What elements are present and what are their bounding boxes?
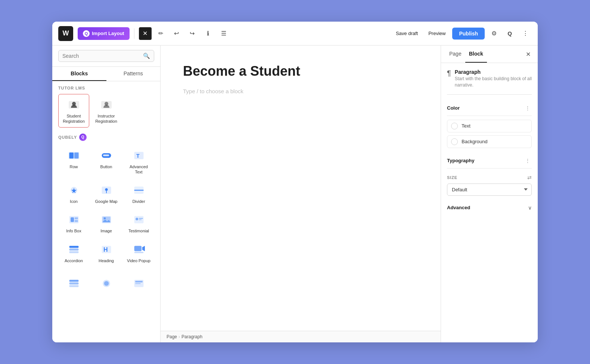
block-extra-2[interactable] <box>91 273 122 295</box>
typography-section-header[interactable]: Typography ⋮ <box>447 153 532 169</box>
svg-point-38 <box>104 281 108 286</box>
panel-tab-block[interactable]: Block <box>465 46 487 63</box>
panel-body: ¶ Paragraph Start with the basic buildin… <box>441 63 538 342</box>
color-more-button[interactable]: ⋮ <box>524 104 532 112</box>
block-info-box[interactable]: Info Box <box>58 209 89 237</box>
more-options-button[interactable]: ⋮ <box>519 27 532 40</box>
block-video-popup[interactable]: Video Popup <box>123 239 154 267</box>
google-map-label: Google Map <box>95 199 118 204</box>
block-accordion[interactable]: Accordion <box>58 239 89 267</box>
close-button[interactable]: ✕ <box>139 27 152 40</box>
button-icon <box>99 149 114 162</box>
block-heading[interactable]: H Heading <box>91 239 122 267</box>
panel-block-info: Paragraph Start with the basic building … <box>455 69 532 88</box>
advanced-chevron-icon: ∨ <box>528 205 532 211</box>
image-icon <box>99 213 114 226</box>
svg-rect-5 <box>69 153 74 159</box>
svg-rect-8 <box>103 154 109 156</box>
advanced-section: Advanced ∨ <box>447 200 532 215</box>
tab-patterns[interactable]: Patterns <box>106 67 161 81</box>
block-google-map[interactable]: Google Map <box>91 179 122 207</box>
text-color-row[interactable]: Text <box>447 120 532 132</box>
button-label: Button <box>100 164 112 169</box>
extra-3-icon <box>131 277 146 290</box>
testimonial-icon <box>131 213 146 226</box>
hamburger-button[interactable]: ☰ <box>217 27 230 40</box>
color-section: Color ⋮ Text Background <box>447 101 532 152</box>
panel-block-desc: Start with the basic building block of a… <box>455 76 532 88</box>
more-blocks-grid <box>58 273 154 295</box>
search-bar: 🔍 <box>52 46 160 67</box>
main-content: 🔍 Blocks Patterns TUTOR LMS <box>52 46 538 342</box>
divider-label: Divider <box>132 199 145 204</box>
svg-rect-28 <box>69 248 78 250</box>
instructor-registration-label: InstructorRegistration <box>95 113 117 124</box>
undo-button[interactable]: ↩ <box>170 27 183 40</box>
q-badge: Q <box>83 30 90 37</box>
typography-more-button[interactable]: ⋮ <box>524 157 532 164</box>
svg-rect-35 <box>69 282 78 284</box>
heading-icon: H <box>99 243 114 256</box>
preview-button[interactable]: Preview <box>425 28 449 39</box>
breadcrumb: Page › Paragraph <box>161 331 441 342</box>
svg-rect-32 <box>134 246 142 251</box>
block-instructor-registration[interactable]: InstructorRegistration <box>91 94 122 128</box>
block-extra-3[interactable] <box>123 273 154 295</box>
publish-button[interactable]: Publish <box>452 28 485 40</box>
advanced-label: Advanced <box>447 205 528 210</box>
info-box-label: Info Box <box>66 228 81 233</box>
search-input[interactable] <box>62 53 140 59</box>
color-section-header[interactable]: Color ⋮ <box>447 101 532 116</box>
toolbar: W Q Import Layout ✕ ✏ ↩ ↪ ℹ ☰ Save draft… <box>52 22 538 46</box>
advanced-row[interactable]: Advanced ∨ <box>447 200 532 215</box>
panel-tab-page[interactable]: Page <box>445 46 465 63</box>
breadcrumb-page[interactable]: Page <box>167 334 177 339</box>
block-divider[interactable]: Divider <box>123 179 154 207</box>
canvas-inner[interactable]: Become a Student Type / to choose a bloc… <box>161 46 441 331</box>
sidebar-blocks: TUTOR LMS StudentRegistration <box>52 81 160 342</box>
size-adjust-icon[interactable]: ⇄ <box>527 175 532 181</box>
background-color-circle <box>451 138 458 145</box>
block-image[interactable]: Image <box>91 209 122 237</box>
svg-rect-34 <box>69 280 78 282</box>
typography-options: SIZE ⇄ Default <box>447 169 532 199</box>
toolbar-right: Save draft Preview Publish ⚙ Q ⋮ <box>392 27 532 40</box>
size-select[interactable]: Default <box>447 183 532 196</box>
panel-tabs: Page Block ✕ <box>441 46 538 63</box>
block-button[interactable]: Button <box>91 145 122 178</box>
block-row[interactable]: Row <box>58 145 89 178</box>
wp-logo: W <box>58 26 73 41</box>
breadcrumb-separator: › <box>178 334 180 339</box>
icon-label: Icon <box>70 199 78 204</box>
save-draft-button[interactable]: Save draft <box>392 28 422 39</box>
import-layout-button[interactable]: Q Import Layout <box>78 27 130 40</box>
pen-icon-button[interactable]: ✏ <box>155 27 167 40</box>
svg-rect-19 <box>74 220 78 222</box>
block-advanced-text[interactable]: T Advanced Text <box>123 145 154 178</box>
svg-rect-36 <box>69 285 78 287</box>
import-layout-label: Import Layout <box>92 31 124 36</box>
panel-close-button[interactable]: ✕ <box>523 49 533 59</box>
canvas-placeholder[interactable]: Type / to choose a block <box>183 88 418 94</box>
accordion-icon <box>66 243 81 256</box>
background-color-row[interactable]: Background <box>447 135 532 148</box>
instructor-registration-icon <box>99 98 114 112</box>
tab-blocks[interactable]: Blocks <box>52 67 106 81</box>
right-panel: Page Block ✕ ¶ Paragraph Start with the … <box>441 46 538 342</box>
typography-section-title: Typography <box>447 158 524 163</box>
breadcrumb-paragraph[interactable]: Paragraph <box>181 334 202 339</box>
divider-icon <box>131 183 146 197</box>
redo-button[interactable]: ↪ <box>186 27 199 40</box>
block-icon-widget[interactable]: Icon <box>58 179 89 207</box>
block-student-registration[interactable]: StudentRegistration <box>58 94 89 128</box>
q-avatar-button[interactable]: Q <box>503 27 516 40</box>
image-label: Image <box>100 228 112 233</box>
block-testimonial[interactable]: Testimonial <box>123 209 154 237</box>
advanced-text-icon: T <box>131 149 146 162</box>
info-button[interactable]: ℹ <box>202 27 214 40</box>
svg-rect-33 <box>134 252 143 253</box>
svg-rect-41 <box>135 283 140 284</box>
gear-button[interactable]: ⚙ <box>488 27 500 40</box>
block-extra-1[interactable] <box>58 273 89 295</box>
icon-widget-icon <box>66 183 81 197</box>
